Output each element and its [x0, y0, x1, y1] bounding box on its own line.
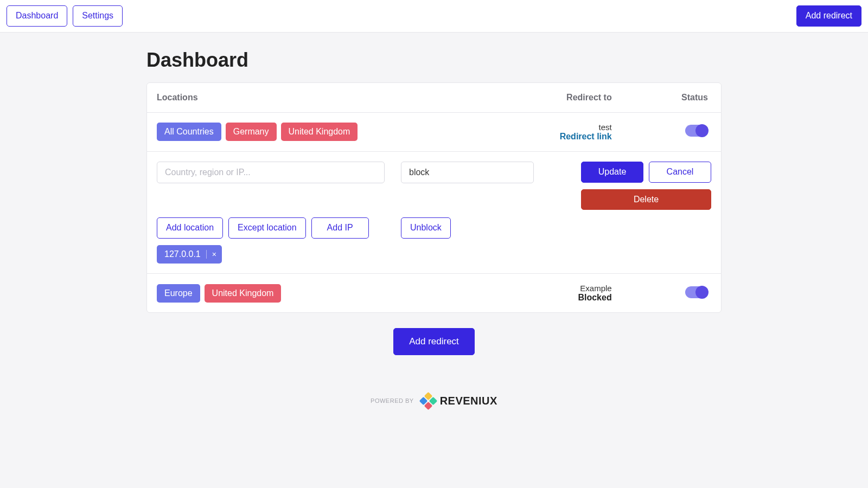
add-location-button[interactable]: Add location [157, 217, 223, 239]
add-redirect-top-button[interactable]: Add redirect [796, 5, 861, 27]
nav-left: Dashboard Settings [7, 5, 123, 27]
redirect-name: Example [462, 284, 612, 293]
table-row[interactable]: Europe United Kingdom Example Blocked [147, 274, 721, 312]
header-status: Status [628, 93, 711, 102]
row-redirect: Example Blocked [462, 284, 628, 303]
add-redirect-bottom-button[interactable]: Add redirect [393, 328, 475, 355]
location-tag[interactable]: United Kingdom [205, 284, 282, 303]
update-button[interactable]: Update [581, 162, 643, 183]
table-header: Locations Redirect to Status [147, 83, 721, 113]
nav-settings-button[interactable]: Settings [73, 5, 123, 27]
location-input[interactable] [157, 162, 385, 183]
unblock-button[interactable]: Unblock [401, 217, 451, 239]
topbar: Dashboard Settings Add redirect [0, 0, 868, 33]
editor-panel: Update Cancel Delete Add location Except… [147, 152, 721, 274]
redirect-name: test [462, 123, 612, 132]
header-redirect-to: Redirect to [462, 93, 628, 102]
location-tag[interactable]: All Countries [157, 123, 221, 141]
table-row[interactable]: All Countries Germany United Kingdom tes… [147, 113, 721, 152]
row-status [628, 286, 711, 300]
cancel-button[interactable]: Cancel [649, 162, 711, 183]
redirect-input[interactable] [401, 162, 534, 183]
delete-button[interactable]: Delete [581, 189, 711, 210]
row-locations: All Countries Germany United Kingdom [157, 123, 462, 141]
editor-actions-col: Update Cancel Delete [550, 162, 711, 210]
blocked-label: Blocked [462, 293, 612, 303]
location-tag[interactable]: Germany [226, 123, 277, 141]
ip-chip-label: 127.0.0.1 [164, 249, 201, 259]
row-status [628, 125, 711, 139]
center-add-wrapper: Add redirect [146, 328, 722, 355]
footer: POWERED BY REVENIUX [146, 393, 722, 408]
brand: REVENIUX [420, 393, 497, 408]
editor-redirect-col [401, 162, 534, 210]
powered-by-label: POWERED BY [371, 397, 414, 404]
redirects-card: Locations Redirect to Status All Countri… [146, 82, 722, 313]
header-locations: Locations [157, 93, 462, 102]
status-toggle[interactable] [685, 286, 708, 298]
ip-chip: 127.0.0.1 × [157, 245, 222, 264]
nav-dashboard-button[interactable]: Dashboard [7, 5, 67, 27]
add-ip-button[interactable]: Add IP [311, 217, 369, 239]
row-locations: Europe United Kingdom [157, 284, 462, 303]
brand-logo-icon [420, 393, 436, 408]
editor-location-col [157, 162, 385, 210]
location-tag[interactable]: Europe [157, 284, 200, 303]
brand-name: REVENIUX [440, 395, 497, 407]
status-toggle[interactable] [685, 125, 708, 137]
except-location-button[interactable]: Except location [228, 217, 306, 239]
main-container: Dashboard Locations Redirect to Status A… [146, 49, 722, 408]
page-title: Dashboard [146, 49, 722, 72]
redirect-link[interactable]: Redirect link [462, 132, 612, 142]
row-redirect: test Redirect link [462, 123, 628, 142]
location-tag[interactable]: United Kingdom [281, 123, 358, 141]
close-icon[interactable]: × [206, 250, 216, 259]
